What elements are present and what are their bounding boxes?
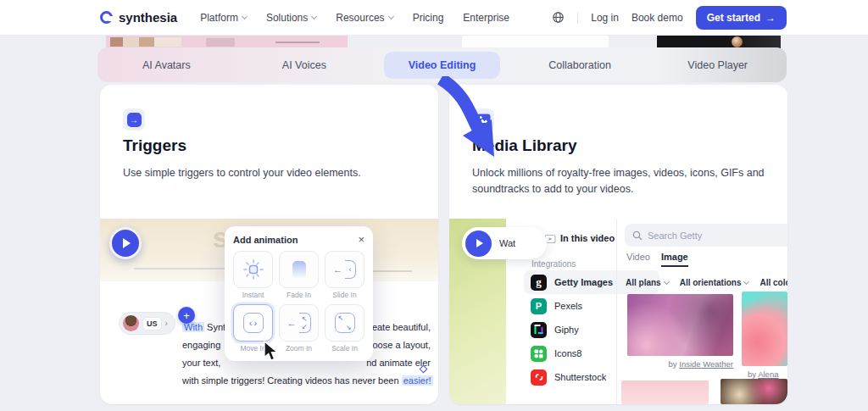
synthesia-logo[interactable]: synthesia (100, 10, 177, 25)
fade-in-tile[interactable] (279, 251, 319, 288)
stock-photo-pink[interactable] (621, 380, 709, 404)
option-instant: Instant (233, 251, 273, 299)
option-slide-in: ← ‹ Slide In (325, 251, 364, 299)
partial-thumbnail (206, 38, 235, 47)
media-search-box (625, 224, 787, 247)
slide-in-tile[interactable]: ← ‹ (325, 251, 364, 288)
stock-photo-bouquet[interactable] (721, 379, 787, 404)
main-nav: Platform Solutions Resources Pricing Ent… (200, 12, 509, 24)
triggers-card: → Triggers Use simple triggers to contro… (100, 85, 438, 404)
instant-icon (242, 258, 264, 280)
scale-in-icon: ↖ ↘ (335, 313, 355, 333)
partial-text-mark (275, 42, 320, 43)
slide-in-icon: ‹ (345, 260, 356, 279)
add-animation-popup: Add animation × (225, 226, 373, 361)
add-trigger-button[interactable]: + (178, 307, 195, 324)
partial-avatar (732, 36, 743, 47)
filter-all-plans[interactable]: All plans (626, 278, 669, 287)
integrations-label: Integrations (531, 259, 576, 269)
synthesia-features-page: synthesia Platform Solutions Resources P… (0, 0, 868, 411)
speaker-chip[interactable]: US › (119, 312, 175, 335)
site-header: synthesia Platform Solutions Resources P… (0, 0, 868, 36)
option-fade-in: Fade In (279, 251, 319, 299)
fade-in-icon (292, 261, 306, 279)
chevron-down-icon (743, 278, 749, 284)
move-in-tile-selected[interactable]: ‹› (233, 304, 273, 342)
option-move-in: ‹› Move In (233, 304, 273, 353)
close-icon[interactable]: × (358, 234, 364, 245)
media-filters: All plans All orientations All colors (626, 278, 787, 287)
panel-divider (616, 219, 617, 404)
scale-in-tile[interactable]: ↖ ↘ (325, 304, 364, 342)
tab-video-player[interactable]: Video Player (648, 59, 787, 71)
option-scale-in: ↖ ↘ Scale In (325, 304, 364, 353)
media-library-card: Media Library Unlock millions of royalty… (449, 85, 787, 404)
partial-thumbnails (110, 37, 181, 47)
tab-video-editing[interactable]: Video Editing (373, 52, 511, 79)
triggers-feature-icon: → (123, 108, 145, 131)
getty-icon: g (531, 275, 547, 291)
stock-photo-living-room[interactable] (627, 294, 733, 356)
watch-label: Wat (499, 238, 515, 248)
nav-enterprise[interactable]: Enterprise (463, 12, 509, 24)
nav-pricing[interactable]: Pricing (413, 12, 444, 24)
in-this-video-heading: In this video (560, 233, 615, 243)
chevron-down-icon (388, 13, 394, 19)
search-icon (632, 230, 643, 241)
chevron-down-icon (242, 13, 248, 19)
credit-link[interactable]: Alena (758, 369, 778, 379)
script-line: with simple triggers! Creating videos ha… (182, 375, 431, 386)
tab-collaboration[interactable]: Collaboration (511, 59, 649, 71)
credit-link[interactable]: Inside Weather (679, 359, 733, 369)
play-icon (123, 238, 131, 248)
chevron-down-icon (311, 13, 317, 19)
triggers-title: Triggers (123, 136, 186, 155)
play-button[interactable] (465, 230, 492, 257)
media-type-tabs: Video Image (626, 252, 688, 267)
nav-platform[interactable]: Platform (200, 12, 247, 24)
zoom-in-tile[interactable]: ← ↖↙ (279, 304, 319, 342)
partial-pink-banner (106, 36, 348, 48)
chevron-right-icon: › (165, 319, 168, 328)
login-link[interactable]: Log in (591, 12, 619, 24)
play-icon (476, 239, 483, 247)
move-in-icon: ‹› (243, 313, 264, 333)
tab-ai-voices[interactable]: AI Voices (236, 59, 374, 71)
popup-title: Add animation (233, 235, 298, 245)
image-icon (476, 114, 491, 125)
feature-tabs: AI Avatars AI Voices Video Editing Colla… (97, 47, 787, 82)
tab-ai-avatars[interactable]: AI Avatars (97, 59, 236, 71)
arrow-left-icon: ← (287, 318, 297, 328)
instant-tile[interactable] (233, 251, 273, 288)
logo-text: synthesia (119, 10, 177, 25)
header-actions: Log in Book demo Get started→ (552, 6, 787, 30)
speaker-label: US (143, 318, 161, 330)
trigger-word-highlight[interactable]: easier! (402, 375, 433, 386)
partial-white-card (462, 36, 609, 47)
zoom-in-icon: ↖↙ (299, 313, 311, 333)
partial-video-thumbnail (657, 36, 781, 48)
nav-resources[interactable]: Resources (336, 12, 392, 24)
triggers-description: Use simple triggers to control your vide… (123, 165, 421, 181)
chevron-down-icon (664, 278, 670, 284)
photo-credit: by Inside Weather (627, 359, 733, 369)
giphy-icon (531, 322, 547, 338)
tab-video[interactable]: Video (626, 252, 650, 267)
icons8-icon (531, 346, 547, 362)
filter-all-orientations[interactable]: All orientations (680, 278, 749, 287)
popup-header: Add animation × (233, 234, 364, 245)
shutterstock-icon (531, 369, 547, 386)
media-library-feature-icon (472, 108, 494, 131)
nav-solutions[interactable]: Solutions (266, 12, 316, 24)
animation-options-grid: Instant Fade In ← ‹ Slide In ‹› (233, 251, 364, 353)
watch-video-pill[interactable]: Wat (462, 227, 547, 259)
search-input[interactable] (648, 230, 775, 241)
book-demo-link[interactable]: Book demo (632, 12, 683, 24)
media-library-description: Unlock millions of royalty-free images, … (472, 165, 771, 197)
get-started-button[interactable]: Get started→ (696, 6, 787, 30)
filter-all-colors[interactable]: All colors (760, 278, 787, 287)
globe-icon[interactable] (552, 11, 565, 24)
play-button[interactable] (109, 227, 142, 259)
stock-photo-flower[interactable] (742, 292, 787, 366)
tab-image[interactable]: Image (661, 252, 688, 267)
